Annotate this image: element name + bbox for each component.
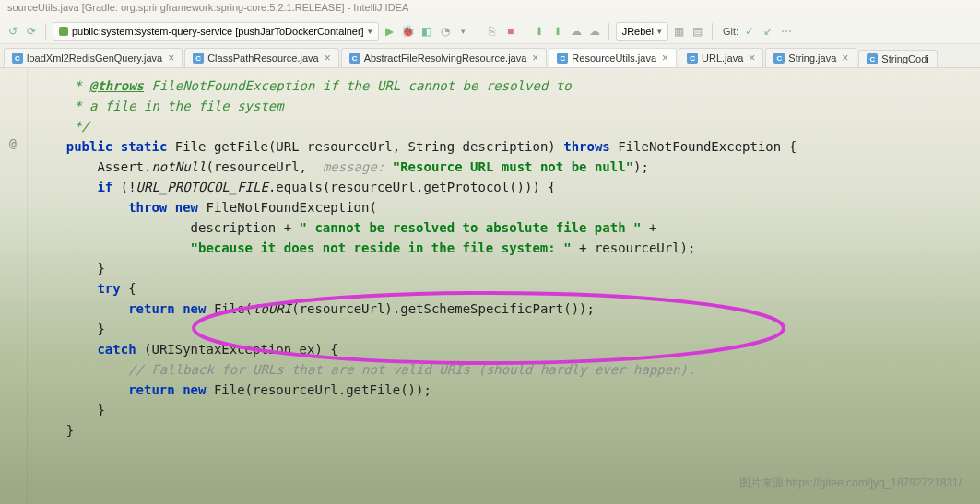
tab-abstractfile[interactable]: C AbstractFileResolvingResource.java ×: [341, 48, 548, 67]
debug-button[interactable]: 🐞: [401, 24, 416, 39]
code-line: */: [0, 116, 980, 136]
code-line: }: [0, 420, 980, 440]
java-file-icon: C: [557, 53, 568, 64]
code-line: "because it does not reside in the file …: [0, 238, 980, 258]
close-icon[interactable]: ×: [325, 52, 331, 64]
java-file-icon: C: [773, 53, 785, 64]
refresh-icon[interactable]: ⟳: [24, 24, 39, 39]
run-button[interactable]: ▶: [383, 24, 397, 39]
separator: [608, 23, 609, 40]
code-line: }: [0, 258, 980, 278]
code-line: if (!URL_PROTOCOL_FILE.equals(resourceUr…: [0, 177, 980, 197]
code-line: public static File getFile(URL resourceU…: [0, 136, 980, 157]
separator: [525, 23, 525, 40]
watermark-text: 图片来源:https://gitee.com/jyq_18792721831/: [739, 473, 962, 493]
close-icon[interactable]: ×: [749, 52, 755, 64]
tab-resourceutils[interactable]: C ResourceUtils.java ×: [549, 48, 677, 67]
cloud2-icon[interactable]: ☁: [587, 24, 602, 39]
chevron-down-icon: ▾: [368, 27, 372, 36]
tab-loadxml[interactable]: C loadXml2RedisGenQuery.java ×: [4, 48, 183, 67]
java-file-icon: C: [687, 53, 698, 64]
code-line: * @throws FileNotFoundException if the U…: [0, 76, 980, 96]
code-line: }: [0, 400, 980, 420]
separator: [478, 23, 478, 40]
window-title: sourceUtils.java [Gradle: org.springfram…: [7, 2, 408, 13]
code-editor[interactable]: @ * @throws FileNotFoundException if the…: [0, 68, 980, 504]
tab-stringcodi[interactable]: C StringCodi: [858, 50, 937, 67]
code-line: description + " cannot be resolved to ab…: [0, 217, 980, 238]
coverage-button[interactable]: ◧: [419, 24, 434, 39]
close-icon[interactable]: ×: [662, 52, 668, 64]
main-toolbar: ↺ ⟳ public:system:system-query-service […: [0, 18, 980, 44]
more-run-icon[interactable]: ▾: [456, 24, 471, 39]
tab-label: ResourceUtils.java: [572, 53, 656, 64]
tab-classpathresource[interactable]: C ClassPathResource.java ×: [184, 48, 338, 67]
code-line: throw new FileNotFoundException(: [0, 197, 980, 217]
tab-label: String.java: [788, 53, 836, 64]
code-line: return new File(resourceUrl.getFile());: [0, 380, 980, 400]
java-file-icon: C: [193, 53, 204, 64]
tab-string[interactable]: C String.java ×: [765, 48, 856, 67]
code-line: * a file in the file system: [0, 96, 980, 116]
tab-label: loadXml2RedisGenQuery.java: [27, 53, 162, 64]
code-line: // Fallback for URLs that are not valid …: [0, 359, 980, 380]
gutter-annotation-icon[interactable]: @: [6, 136, 20, 151]
tab-label: AbstractFileResolvingResource.java: [364, 53, 527, 64]
git-label: Git:: [723, 26, 738, 37]
tool2-icon[interactable]: ▤: [691, 24, 705, 39]
run-configuration-selector[interactable]: public:system:system-query-service [push…: [53, 22, 379, 41]
java-file-icon: C: [349, 53, 360, 64]
tab-label: ClassPathResource.java: [207, 53, 318, 64]
java-file-icon: C: [12, 53, 23, 64]
code-line: Assert.notNull(resourceUrl, message: "Re…: [0, 157, 980, 177]
gutter: @: [0, 68, 28, 504]
separator: [712, 23, 713, 40]
jrebel-label: JRebel: [622, 26, 654, 37]
close-icon[interactable]: ×: [168, 52, 174, 64]
profile-button[interactable]: ◔: [438, 24, 453, 39]
code-line: catch (URISyntaxException ex) {: [0, 339, 980, 359]
vcs-commit-icon[interactable]: ↙: [761, 24, 775, 39]
rocket-icon[interactable]: ⬆: [532, 24, 547, 39]
tab-label: StringCodi: [881, 53, 928, 64]
code-line: try {: [0, 278, 980, 299]
chevron-down-icon: ▾: [657, 27, 662, 36]
close-icon[interactable]: ×: [532, 52, 538, 64]
close-icon[interactable]: ×: [842, 52, 848, 64]
run-config-label: public:system:system-query-service [push…: [72, 26, 364, 37]
sync-icon[interactable]: ↺: [6, 24, 20, 39]
java-file-icon: C: [867, 53, 878, 64]
vcs-more-icon[interactable]: ⋯: [779, 24, 794, 39]
code-line: }: [0, 319, 980, 339]
editor-tabs: C loadXml2RedisGenQuery.java × C ClassPa…: [0, 44, 980, 68]
tab-url[interactable]: C URL.java ×: [679, 48, 763, 67]
tool-icon[interactable]: ▦: [672, 24, 687, 39]
spring-icon: [59, 27, 68, 36]
jrebel-badge[interactable]: JRebel ▾: [616, 22, 668, 41]
code-line: return new File(toURI(resourceUrl).getSc…: [0, 299, 980, 319]
separator: [45, 23, 46, 40]
tab-label: URL.java: [702, 53, 743, 64]
attach-icon[interactable]: ⎘: [485, 24, 500, 39]
vcs-update-icon[interactable]: ✓: [742, 24, 757, 39]
stop-button[interactable]: ■: [503, 24, 518, 39]
cloud-icon[interactable]: ☁: [569, 24, 584, 39]
window-title-bar: sourceUtils.java [Gradle: org.springfram…: [0, 0, 980, 18]
rocket2-icon[interactable]: ⬆: [550, 24, 565, 39]
